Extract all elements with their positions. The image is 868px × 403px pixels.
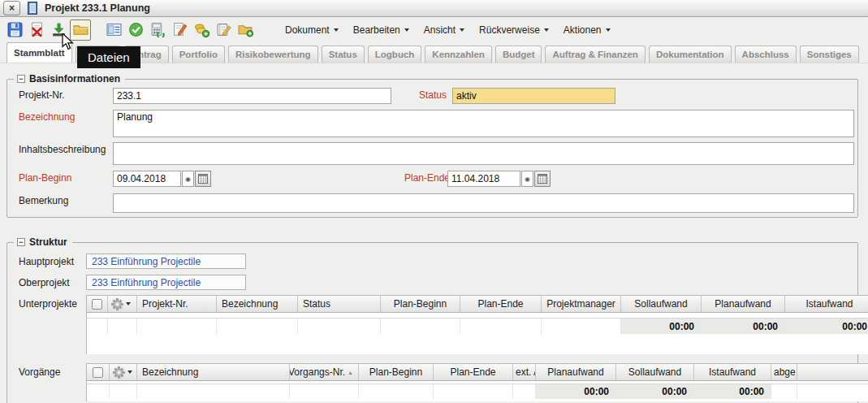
column-header[interactable]: Bezeichnung bbox=[137, 364, 290, 380]
form-content: − Basisinformationen Projekt-Nr. Status … bbox=[0, 63, 868, 403]
column-header[interactable]: Sollaufwand bbox=[616, 364, 694, 380]
struktur-groupbox: − Struktur Hauptprojekt 233 Einführung P… bbox=[6, 242, 858, 403]
bemerkung-textarea[interactable] bbox=[113, 193, 854, 213]
tab-dokumentation[interactable]: Dokumentation bbox=[649, 46, 732, 63]
column-header[interactable]: abge bbox=[771, 364, 797, 380]
plan-beginn-target-button[interactable]: ◉ bbox=[182, 171, 194, 187]
column-header[interactable]: Bezeichnung bbox=[217, 296, 298, 312]
close-button[interactable]: × bbox=[3, 1, 20, 15]
select-all-checkbox[interactable] bbox=[92, 299, 102, 310]
plan-ende-input[interactable] bbox=[447, 171, 520, 187]
projekt-nr-input[interactable] bbox=[113, 88, 391, 104]
column-header[interactable]: Projektmanager bbox=[542, 296, 621, 312]
bemerkung-label: Bemerkung bbox=[19, 195, 68, 206]
plan-ende-label: Plan-Ende bbox=[404, 172, 450, 184]
column-header[interactable]: Sollaufwand bbox=[621, 296, 702, 312]
menu-aktionen[interactable]: Aktionen bbox=[556, 20, 618, 40]
plan-ende-target-button[interactable]: ◉ bbox=[521, 171, 533, 187]
bezeichnung-textarea[interactable]: Planung bbox=[113, 110, 854, 137]
menu-label: Rückverweise bbox=[479, 24, 540, 36]
chevron-down-icon bbox=[334, 28, 339, 32]
chevron-down-icon bbox=[127, 370, 132, 374]
plan-beginn-calendar-button[interactable] bbox=[195, 171, 211, 187]
unterprojekte-totals-row: 00:00 00:00 00:00 bbox=[87, 318, 868, 334]
column-header[interactable]: Status bbox=[298, 296, 381, 312]
toolbar: Dokument Bearbeiten Ansicht Rückverweise… bbox=[0, 17, 868, 42]
close-icon: × bbox=[9, 3, 15, 13]
oberprojekt-label: Oberprojekt bbox=[19, 277, 70, 288]
table-footer-area bbox=[87, 399, 868, 401]
hauptprojekt-link[interactable]: 233 Einführung Projectile bbox=[86, 254, 246, 269]
column-header-sorted[interactable]: Vorgangs-Nr. ▲ bbox=[290, 364, 359, 380]
collapse-toggle[interactable]: − bbox=[17, 75, 25, 83]
status-input[interactable] bbox=[452, 88, 615, 104]
column-header[interactable]: Projekt-Nr. bbox=[137, 296, 217, 312]
menu-bar: Dokument Bearbeiten Ansicht Rückverweise… bbox=[278, 20, 618, 40]
column-header[interactable]: Plan-Beginn bbox=[359, 364, 434, 380]
chevron-down-icon bbox=[544, 28, 549, 32]
tab-status[interactable]: Status bbox=[322, 46, 365, 63]
form-icon bbox=[106, 22, 122, 37]
table-actions-button[interactable] bbox=[110, 364, 137, 380]
menu-ansicht[interactable]: Ansicht bbox=[417, 20, 472, 40]
calculator-button[interactable] bbox=[147, 20, 168, 41]
plan-ende-calendar-button[interactable] bbox=[534, 171, 551, 187]
column-header[interactable]: Plan-Ende bbox=[434, 364, 513, 380]
target-icon: ◉ bbox=[525, 176, 530, 183]
struktur-legend: − Struktur bbox=[14, 236, 72, 248]
title-bar: × Projekt 233.1 Planung bbox=[0, 0, 868, 17]
column-header[interactable]: Istaufwand bbox=[785, 296, 868, 312]
table-actions-button[interactable] bbox=[108, 296, 137, 312]
column-header[interactable]: Plan-Beginn bbox=[381, 296, 460, 312]
basisinformationen-legend: − Basisinformationen bbox=[14, 73, 125, 84]
inhaltsbeschreibung-label: Inhaltsbeschreibung bbox=[19, 144, 106, 155]
chevron-down-icon bbox=[606, 28, 611, 32]
menu-rueckverweise[interactable]: Rückverweise bbox=[472, 20, 556, 40]
form-button[interactable] bbox=[103, 20, 124, 41]
tab-budget[interactable]: Budget bbox=[495, 46, 542, 63]
planaufwand-total: 00:00 bbox=[702, 318, 785, 334]
legend-label: Struktur bbox=[29, 236, 67, 248]
oberprojekt-link[interactable]: 233 Einführung Projectile bbox=[86, 275, 246, 290]
menu-label: Bearbeiten bbox=[353, 24, 400, 36]
tooltip-dateien: Dateien bbox=[77, 46, 140, 68]
report-edit-button[interactable] bbox=[213, 20, 234, 41]
folder-plus-icon bbox=[238, 22, 253, 37]
collapse-toggle[interactable]: − bbox=[17, 238, 25, 246]
window-title: Projekt 233.1 Planung bbox=[45, 2, 150, 14]
save-button[interactable] bbox=[4, 20, 25, 41]
chevron-down-icon bbox=[404, 28, 409, 32]
tab-portfolio[interactable]: Portfolio bbox=[172, 46, 225, 63]
approve-button[interactable] bbox=[125, 20, 146, 41]
check-circle-icon bbox=[128, 22, 144, 37]
column-header[interactable]: Istaufwand bbox=[694, 364, 771, 380]
projekt-nr-label: Projekt-Nr. bbox=[19, 89, 65, 101]
menu-bearbeiten[interactable]: Bearbeiten bbox=[346, 20, 417, 40]
folder-add-button[interactable] bbox=[235, 20, 256, 41]
plan-beginn-input[interactable] bbox=[113, 171, 181, 187]
money-add-button[interactable] bbox=[191, 20, 212, 41]
chevron-down-icon bbox=[126, 302, 131, 306]
tab-sonstiges[interactable]: Sonstiges bbox=[800, 46, 859, 63]
menu-label: Dokument bbox=[285, 24, 330, 36]
inhaltsbeschreibung-textarea[interactable] bbox=[113, 142, 854, 165]
tab-abschluss[interactable]: Abschluss bbox=[735, 46, 797, 63]
calendar-icon bbox=[538, 174, 547, 184]
edit-document-button[interactable] bbox=[169, 20, 190, 41]
coins-plus-icon bbox=[194, 22, 209, 37]
tab-logbuch[interactable]: Logbuch bbox=[368, 46, 422, 63]
legend-label: Basisinformationen bbox=[29, 73, 120, 84]
select-all-checkbox[interactable] bbox=[93, 367, 103, 378]
istaufwand-total: 00:00 bbox=[785, 318, 868, 334]
tab-risikobewertung[interactable]: Risikobewertung bbox=[228, 46, 318, 63]
column-header[interactable]: Planaufwand bbox=[702, 296, 785, 312]
delete-document-button[interactable] bbox=[26, 20, 47, 41]
vorgaenge-label: Vorgänge bbox=[19, 366, 60, 378]
menu-dokument[interactable]: Dokument bbox=[278, 20, 346, 40]
column-header[interactable]: Plan-Ende bbox=[460, 296, 542, 312]
sollaufwand-total: 00:00 bbox=[621, 318, 702, 334]
column-header[interactable]: Planaufwand bbox=[536, 364, 616, 380]
tab-auftrag-finanzen[interactable]: Auftrag & Finanzen bbox=[545, 46, 645, 63]
tab-kennzahlen[interactable]: Kennzahlen bbox=[425, 46, 492, 63]
column-header[interactable]: ext. A bbox=[513, 364, 536, 380]
